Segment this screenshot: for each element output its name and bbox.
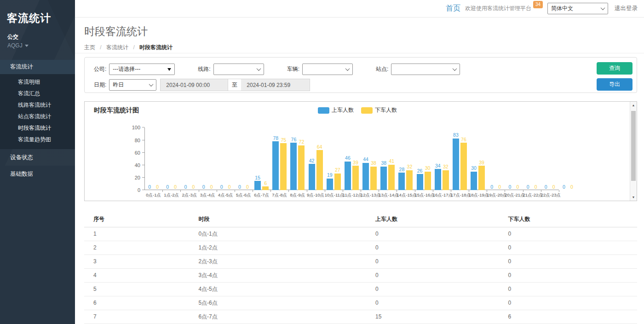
company-select[interactable]: ---请选择--- <box>109 64 175 75</box>
data-table-section: 序号时段上车人数下车人数10点-1点0021点-2点0032点-3点0043点-… <box>84 212 637 324</box>
date-to-input[interactable]: 2024-01-09 23:59 <box>241 79 310 91</box>
bar-value-label: 0 <box>516 185 519 190</box>
date-preset-select[interactable]: 昨日 <box>109 79 156 91</box>
bar[interactable] <box>478 166 485 190</box>
bar[interactable] <box>471 172 477 191</box>
station-select[interactable] <box>391 64 460 75</box>
x-axis-label: 16点-17点 <box>433 192 451 198</box>
table-row: 32点-3点00 <box>84 255 637 268</box>
scroll-up-icon[interactable]: ▲ <box>630 102 637 109</box>
x-axis-label: 12点-13点 <box>361 192 379 198</box>
logout-link[interactable]: 退出登录 <box>615 5 638 12</box>
bar[interactable] <box>435 169 441 190</box>
sidebar-submenu-item[interactable]: 客流汇总 <box>0 88 75 99</box>
bar-value-label: 0 <box>210 185 213 190</box>
x-axis-label: 3点-4点 <box>199 192 217 198</box>
bar[interactable] <box>370 167 377 191</box>
sidebar-item-passenger-stats[interactable]: 客流统计 <box>0 60 75 74</box>
query-button[interactable]: 查询 <box>597 62 632 75</box>
bar[interactable] <box>345 162 351 191</box>
bar-value-label: 0 <box>192 185 195 190</box>
x-axis-tick <box>235 190 235 192</box>
bar-column: 0 <box>506 185 513 191</box>
bar[interactable] <box>352 166 359 190</box>
sidebar-submenu-item[interactable]: 客流明细 <box>0 76 75 88</box>
breadcrumb-home[interactable]: 主页 <box>84 44 95 51</box>
bar[interactable] <box>290 143 297 190</box>
bar-column: 39 <box>352 160 359 191</box>
home-link[interactable]: 首页 <box>446 4 460 13</box>
company-label: 公司: <box>94 65 106 73</box>
sidebar-submenu-item[interactable]: 时段客流统计 <box>0 122 75 134</box>
table-row: 43点-4点00 <box>84 268 637 282</box>
sidebar-submenu-item[interactable]: 线路客流统计 <box>0 99 75 111</box>
export-button[interactable]: 导出 <box>597 78 632 91</box>
bar-value-label: 32 <box>443 164 448 170</box>
bar-column: 0 <box>561 185 567 191</box>
bar-value-label: 72 <box>299 139 305 145</box>
bar[interactable] <box>334 174 341 191</box>
line-select[interactable] <box>213 64 264 75</box>
notification-badge[interactable]: 34 <box>533 1 543 8</box>
bar[interactable] <box>316 150 323 190</box>
bar-value-label: 76 <box>291 137 297 143</box>
bar[interactable] <box>298 145 305 191</box>
x-axis-tick <box>217 190 217 192</box>
table-cell: 0 <box>504 282 637 296</box>
language-select[interactable]: 简体中文 <box>547 3 608 14</box>
legend-marker <box>361 107 373 114</box>
table-cell: 1点-2点 <box>195 241 372 255</box>
vehicle-select[interactable] <box>302 64 353 75</box>
bar[interactable] <box>262 186 269 190</box>
bar[interactable] <box>380 167 387 191</box>
bar-column: 76 <box>460 137 467 191</box>
bar[interactable] <box>280 143 287 190</box>
bar-group: 3039 <box>469 127 487 190</box>
page-title: 时段客流统计 <box>84 24 635 39</box>
caret-down-icon <box>25 45 29 47</box>
bar-group: 00 <box>487 127 505 190</box>
bar[interactable] <box>362 163 369 191</box>
sidebar-item[interactable]: 设备状态 <box>0 149 75 166</box>
bar[interactable] <box>425 172 431 191</box>
bar-value-label: 38 <box>371 161 376 166</box>
legend-item[interactable]: 上车人数 <box>318 106 354 114</box>
bar[interactable] <box>460 143 467 190</box>
x-axis-label: 9点-10点 <box>307 192 325 198</box>
bar-group: 156 <box>253 127 270 190</box>
table-cell: 15 <box>372 310 504 324</box>
bar[interactable] <box>309 164 315 190</box>
scroll-down-icon[interactable]: ▼ <box>630 194 637 201</box>
sidebar-submenu-item[interactable]: 站点客流统计 <box>0 111 75 122</box>
sidebar-menu: 客流统计客流明细客流汇总线路客流统计站点客流统计时段客流统计客流量趋势图设备状态… <box>0 60 75 182</box>
bar[interactable] <box>327 179 333 191</box>
chart-scrollbar[interactable]: ▲ ▼ <box>630 102 637 201</box>
x-axis-label: 22点-23点 <box>541 192 559 198</box>
bar-column: 0 <box>182 185 189 191</box>
chevron-down-icon <box>256 67 261 71</box>
scrollbar-thumb[interactable] <box>631 111 636 180</box>
bar[interactable] <box>388 165 395 191</box>
bar-group: 00 <box>199 127 217 190</box>
filter-panel: 公司: ---请选择--- 线路: 车辆: 站点: <box>84 57 637 93</box>
org-switcher[interactable]: AQGJ <box>0 41 75 49</box>
app-title: 客流统计 <box>0 0 75 25</box>
sidebar-submenu-item[interactable]: 客流量趋势图 <box>0 134 75 145</box>
bar[interactable] <box>272 141 279 190</box>
date-from-input[interactable]: 2024-01-09 00:00 <box>160 79 228 91</box>
bar-value-label: 0 <box>202 185 205 190</box>
table-header-cell: 上车人数 <box>372 212 504 227</box>
legend-item[interactable]: 下车人数 <box>361 106 397 114</box>
bar-column: 26 <box>417 168 423 191</box>
breadcrumb-parent[interactable]: 客流统计 <box>106 44 128 51</box>
bar[interactable] <box>453 139 459 191</box>
breadcrumb: 主页 / 客流统计 / 时段客流统计 <box>84 44 635 52</box>
bar[interactable] <box>417 174 423 190</box>
bar-value-label: 0 <box>570 185 573 190</box>
bar[interactable] <box>443 170 449 191</box>
sidebar-item[interactable]: 基础数据 <box>0 166 75 182</box>
bar[interactable] <box>406 170 413 191</box>
bar[interactable] <box>398 173 405 190</box>
scrollbar-track[interactable] <box>631 109 636 194</box>
bar[interactable] <box>254 181 261 190</box>
